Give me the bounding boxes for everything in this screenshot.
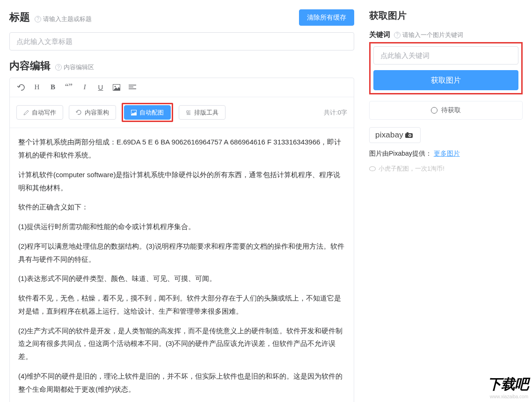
paragraph: (1)表达形式不同的硬件类型、颜色、味道、可见、可摸、可闻。 (18, 272, 345, 285)
fetch-image-heading: 获取图片 (369, 9, 523, 22)
paragraph: 计算机软件(computer software)是指计算机系统中除硬件以外的所有… (18, 168, 345, 194)
paragraph: 整个计算机系统由两部分组成：E.69DA 5 E 6 BA 9062616964… (18, 136, 345, 162)
auto-image-button[interactable]: 自动配图 (124, 105, 171, 120)
quote-icon[interactable]: “” (64, 83, 73, 92)
paragraph: (2)程序可以满意地处理信息的数据结构。(3)说明程序功能要求和程序需要的文档的… (18, 240, 345, 266)
keyword-hint: ? 请输入一个图片关键词 (394, 31, 463, 39)
footer-note: 小虎子配图，一次1淘币! (369, 165, 523, 173)
paragraph: 软件看不见，无色，枯燥，看不见，摸不到，闻不到。软件大部分存在于人们的头脑或纸上… (18, 292, 345, 318)
layout-icon (186, 110, 191, 115)
editor-body[interactable]: 整个计算机系统由两部分组成：E.69DA 5 E 6 BA 9062616964… (10, 128, 354, 402)
italic-icon[interactable]: I (80, 83, 89, 92)
paragraph: (4)维护不同的硬件是旧的，理论上软件是旧的，并不坏，但实际上软件也是旧的和坏的… (18, 370, 345, 396)
refresh-icon (76, 109, 82, 115)
camera-icon (405, 132, 415, 138)
paragraph: (1)提供运行时所需功能和性能的命令或计算机程序集合。 (18, 220, 345, 233)
undo-icon[interactable] (16, 83, 26, 92)
more-images-link[interactable]: 更多图片 (434, 150, 460, 157)
svg-point-1 (115, 86, 116, 87)
content-hint: ? 内容编辑区 (55, 63, 94, 72)
status-circle-icon (431, 107, 437, 114)
pencil-icon (23, 110, 29, 115)
editor-container: H B “” I U 自动写作 内容重构 (9, 78, 354, 402)
pending-status: 待获取 (369, 101, 523, 120)
layout-tool-button[interactable]: 排版工具 (179, 105, 226, 120)
pixabay-badge: pixabay (369, 127, 421, 143)
cloud-icon (369, 166, 376, 171)
content-heading: 内容编辑 (9, 59, 51, 73)
watermark: 下载吧 www.xiazaiba.com (488, 375, 528, 399)
fetch-image-button[interactable]: 获取图片 (373, 70, 518, 90)
svg-point-8 (409, 135, 411, 136)
clear-cache-button[interactable]: 清除所有缓存 (299, 9, 354, 26)
title-heading: 标题 (9, 10, 30, 24)
image-icon[interactable] (112, 83, 121, 92)
action-toolbar: 自动写作 内容重构 自动配图 排版工具 共计:0字 (10, 97, 354, 129)
word-count: 共计:0字 (324, 108, 347, 117)
provided-by-line: 图片由Pixabay提供： 更多图片 (369, 150, 523, 158)
highlight-auto-image: 自动配图 (122, 103, 173, 122)
title-hint: ? 请输入主题或标题 (35, 15, 92, 23)
highlight-fetch-box: 获取图片 (369, 42, 523, 94)
heading-icon[interactable]: H (32, 83, 42, 92)
picture-icon (131, 110, 137, 115)
keyword-label: 关键词 (369, 30, 390, 39)
help-icon: ? (55, 64, 62, 71)
bold-icon[interactable]: B (48, 83, 58, 92)
help-icon: ? (35, 16, 41, 22)
auto-write-button[interactable]: 自动写作 (16, 105, 63, 120)
restructure-button[interactable]: 内容重构 (69, 105, 116, 120)
help-icon: ? (394, 32, 401, 38)
paragraph: (2)生产方式不同的软件是开发，是人类智能的高发挥，而不是传统意义上的硬件制造。… (18, 324, 345, 363)
article-title-input[interactable] (9, 32, 354, 50)
underline-icon[interactable]: U (96, 83, 105, 92)
keyword-input[interactable] (373, 46, 518, 65)
paragraph: 软件的正确含义如下： (18, 201, 345, 214)
svg-rect-9 (407, 132, 408, 134)
format-toolbar: H B “” I U (10, 78, 354, 97)
align-icon[interactable] (128, 83, 137, 92)
